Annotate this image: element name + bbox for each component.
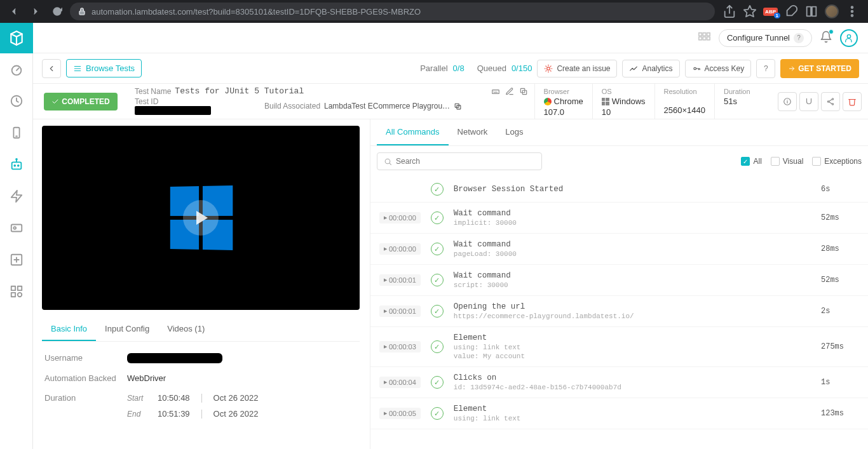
- tab-network[interactable]: Network: [449, 119, 497, 145]
- check-icon: [431, 183, 444, 196]
- profile-avatar[interactable]: [825, 4, 839, 18]
- tab-logs[interactable]: Logs: [496, 119, 532, 145]
- content-split: Basic Info Input Config Videos (1) Usern…: [33, 119, 868, 449]
- filter-all[interactable]: All: [741, 157, 761, 166]
- browser-chrome: automation.lambdatest.com/test?build=830…: [0, 0, 868, 23]
- command-duration: 1s: [821, 378, 859, 387]
- access-key-button[interactable]: Access Key: [685, 60, 752, 77]
- command-search[interactable]: [377, 152, 542, 170]
- tab-videos[interactable]: Videos (1): [158, 318, 214, 341]
- share-button[interactable]: [821, 92, 840, 111]
- share-icon[interactable]: [722, 4, 736, 18]
- star-icon[interactable]: [743, 4, 757, 18]
- browser-reload-button[interactable]: [48, 3, 66, 20]
- menu-icon[interactable]: [845, 4, 859, 18]
- panel-icon[interactable]: [804, 4, 818, 18]
- parallel-label: Parallel: [420, 64, 447, 73]
- check-icon: [431, 243, 444, 255]
- copy-build-icon[interactable]: [454, 102, 462, 111]
- command-row[interactable]: 00:00:00Wait commandpageLoad: 3000028ms: [370, 234, 868, 265]
- sidebar-visual-icon[interactable]: [0, 212, 33, 244]
- build-value: LambdaTest ECommerce Playgrou…: [324, 102, 450, 111]
- command-main: Clicks onid: 13d5974c-aed2-48ae-b156-c7b…: [454, 373, 811, 391]
- command-row[interactable]: 00:00:00Browser Session Started6s: [370, 177, 868, 203]
- magnet-button[interactable]: [799, 92, 818, 111]
- command-row[interactable]: 00:00:00Wait commandimplicit: 3000052ms: [370, 203, 868, 234]
- filter-visual[interactable]: Visual: [771, 157, 803, 166]
- command-row[interactable]: 00:00:01Opening the urlhttps://ecommerce…: [370, 296, 868, 327]
- main-content: Configure Tunnel ? Browse Tests Parallel…: [33, 23, 868, 449]
- help-button[interactable]: ?: [756, 59, 775, 78]
- command-subtitle: using: link text: [454, 415, 811, 422]
- video-player[interactable]: [42, 126, 360, 310]
- browse-tests-label: Browse Tests: [86, 64, 135, 73]
- create-issue-button[interactable]: Create an issue: [537, 60, 617, 77]
- configure-tunnel-button[interactable]: Configure Tunnel ?: [719, 29, 812, 47]
- help-icon: ?: [794, 33, 804, 43]
- svg-point-15: [16, 159, 17, 160]
- command-main: Elementusing: link text: [454, 405, 811, 422]
- command-row[interactable]: 00:00:04Clicks onid: 13d5974c-aed2-48ae-…: [370, 367, 868, 398]
- browser-forward-button[interactable]: [27, 3, 44, 20]
- edit-icon[interactable]: [505, 87, 514, 96]
- address-bar[interactable]: automation.lambdatest.com/test?build=830…: [70, 3, 715, 20]
- command-title: Element: [454, 405, 811, 413]
- filter-exceptions[interactable]: Exceptions: [812, 157, 862, 166]
- queued-label: Queued: [477, 64, 506, 73]
- app-root: Configure Tunnel ? Browse Tests Parallel…: [0, 23, 868, 449]
- sidebar-dashboard-icon[interactable]: [0, 53, 33, 85]
- sidebar-history-icon[interactable]: [0, 85, 33, 117]
- command-duration: 123ms: [821, 409, 859, 418]
- command-duration: 275ms: [821, 342, 859, 351]
- lambdatest-logo[interactable]: [0, 23, 33, 53]
- command-subtitle: https://ecommerce-playground.lambdatest.…: [454, 312, 811, 320]
- keyboard-icon[interactable]: [491, 87, 500, 96]
- info-body: Username Automation Backed WebDriver Dur…: [42, 342, 360, 443]
- access-key-label: Access Key: [705, 64, 745, 73]
- command-row[interactable]: 00:00:01Wait commandscript: 3000052ms: [370, 265, 868, 296]
- command-duration: 2s: [821, 307, 859, 316]
- sidebar-integrations-icon[interactable]: [0, 276, 33, 307]
- user-menu-button[interactable]: [840, 29, 858, 47]
- svg-rect-12: [12, 162, 22, 169]
- analytics-button[interactable]: Analytics: [622, 60, 679, 77]
- command-subtitle: script: 30000: [454, 281, 811, 289]
- create-issue-label: Create an issue: [557, 64, 610, 73]
- left-panel: Basic Info Input Config Videos (1) Usern…: [33, 119, 370, 449]
- delete-button[interactable]: [843, 92, 862, 111]
- analytics-label: Analytics: [642, 64, 672, 73]
- command-row[interactable]: 00:00:05Elementusing: link text123ms: [370, 398, 868, 429]
- browse-tests-button[interactable]: Browse Tests: [66, 59, 142, 77]
- sidebar-automation-icon[interactable]: [0, 149, 33, 180]
- get-started-label: GET STARTED: [798, 64, 851, 73]
- extensions-icon[interactable]: [784, 4, 798, 18]
- tab-all-commands[interactable]: All Commands: [377, 119, 449, 145]
- svg-rect-28: [707, 32, 710, 36]
- sidebar-bolt-icon[interactable]: [0, 180, 33, 212]
- play-icon[interactable]: [183, 200, 219, 236]
- tab-input-config[interactable]: Input Config: [96, 318, 158, 341]
- abp-extension-icon[interactable]: ABP1: [763, 8, 778, 16]
- notifications-button[interactable]: [820, 30, 832, 46]
- info-button[interactable]: [778, 92, 797, 111]
- sidebar-realtime-icon[interactable]: [0, 117, 33, 149]
- check-icon: [431, 305, 444, 318]
- command-title: Element: [454, 333, 811, 342]
- browser-back-button[interactable]: [5, 3, 23, 20]
- tab-basic-info[interactable]: Basic Info: [42, 318, 96, 341]
- check-icon: [431, 376, 444, 389]
- get-started-button[interactable]: GET STARTED: [780, 59, 859, 78]
- command-time: 00:00:00: [379, 212, 421, 224]
- command-row[interactable]: 00:00:03Elementusing: link textvalue: My…: [370, 327, 868, 367]
- svg-line-49: [829, 99, 832, 101]
- apps-grid-icon[interactable]: [697, 31, 711, 45]
- search-input[interactable]: [396, 157, 535, 166]
- back-button[interactable]: [42, 59, 61, 78]
- env-duration: Duration 51s: [714, 84, 771, 119]
- command-title: Wait command: [454, 209, 811, 218]
- status-text: COMPLETED: [62, 97, 109, 106]
- command-title: Wait command: [454, 271, 811, 280]
- sidebar-add-icon[interactable]: [0, 244, 33, 276]
- copy-icon[interactable]: [519, 87, 528, 96]
- test-meta-mid: Test Name Tests for JUnit 5 Tutorial Tes…: [128, 84, 534, 119]
